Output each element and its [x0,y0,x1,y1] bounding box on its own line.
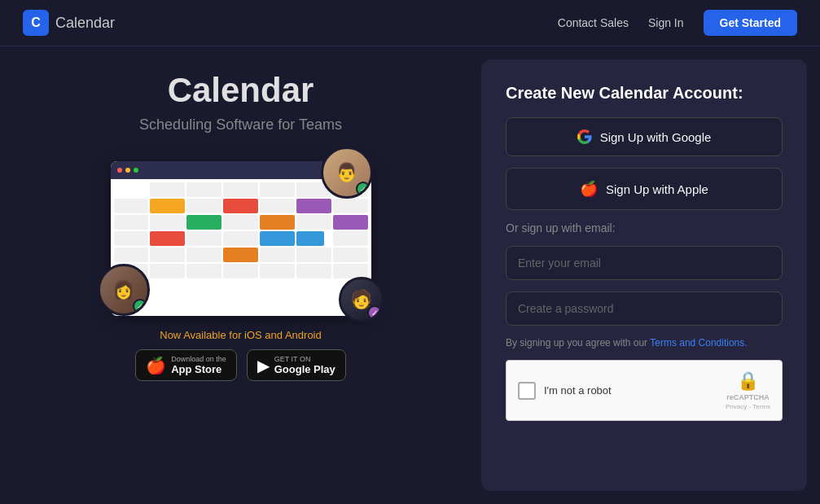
recaptcha-label: I'm not a robot [544,384,612,397]
google-play-icon: ▶ [257,356,270,375]
logo: C Calendar [23,10,558,36]
app-store-badge[interactable]: 🍎 Download on the App Store [135,349,237,381]
get-started-button[interactable]: Get Started [704,10,797,36]
logo-icon: C [23,10,49,36]
sign-in-link[interactable]: Sign In [648,16,684,29]
avatar-1-badge: ✓ [356,182,371,196]
recaptcha-left: I'm not a robot [518,382,612,400]
logo-text: Calendar [55,15,115,32]
email-input[interactable] [506,246,783,280]
apple-logo-icon: 🍎 [580,180,598,198]
avatar-3-badge: ✓ [367,305,382,320]
contact-sales-link[interactable]: Contact Sales [558,16,629,29]
app-store-top-text: Download on the [171,355,226,363]
terms-link[interactable]: Terms and Conditions. [650,337,747,348]
form-title: Create New Calendar Account: [506,84,783,103]
mobile-available-text: Now Available for iOS and Android [160,329,322,341]
signup-form: Create New Calendar Account: Sign Up wit… [481,59,807,491]
google-play-bottom-text: Google Play [274,363,335,375]
calendar-illustration: 👨 ✓ 👩 ✓ 🧑 ✓ [86,153,396,316]
email-divider: Or sign up with email: [506,221,783,234]
recaptcha-logo-icon: 🔒 [737,370,759,392]
hero-title: Calendar [168,71,314,110]
recaptcha-brand: reCAPTCHA [726,393,770,401]
app-store-bottom-text: App Store [171,363,226,375]
avatar-2: 👩 ✓ [98,264,150,316]
recaptcha-box[interactable]: I'm not a robot 🔒 reCAPTCHA Privacy - Te… [506,360,783,421]
google-play-top-text: GET IT ON [274,355,335,363]
google-signup-button[interactable]: Sign Up with Google [506,117,783,156]
navbar: C Calendar Contact Sales Sign In Get Sta… [0,0,820,46]
password-input[interactable] [506,291,783,326]
google-play-badge[interactable]: ▶ GET IT ON Google Play [247,349,346,381]
terms-text: By signing up you agree with our Terms a… [506,337,783,348]
apple-icon: 🍎 [146,356,166,375]
recaptcha-right: 🔒 reCAPTCHA Privacy - Terms [726,370,770,410]
store-badges: 🍎 Download on the App Store ▶ GET IT ON … [135,349,346,381]
avatar-1: 👨 ✓ [321,147,373,199]
hero-subtitle: Scheduling Software for Teams [139,116,342,134]
avatar-2-badge: ✓ [133,299,147,313]
cal-grid [111,179,371,282]
left-panel: Calendar Scheduling Software for Teams [0,46,481,504]
google-icon [577,129,592,144]
apple-signup-button[interactable]: 🍎 Sign Up with Apple [506,168,783,210]
recaptcha-checkbox[interactable] [518,382,536,400]
recaptcha-links: Privacy - Terms [726,403,770,410]
main-content: Calendar Scheduling Software for Teams [0,46,820,504]
avatar-3: 🧑 ✓ [339,277,384,322]
nav-links: Contact Sales Sign In Get Started [558,10,797,36]
